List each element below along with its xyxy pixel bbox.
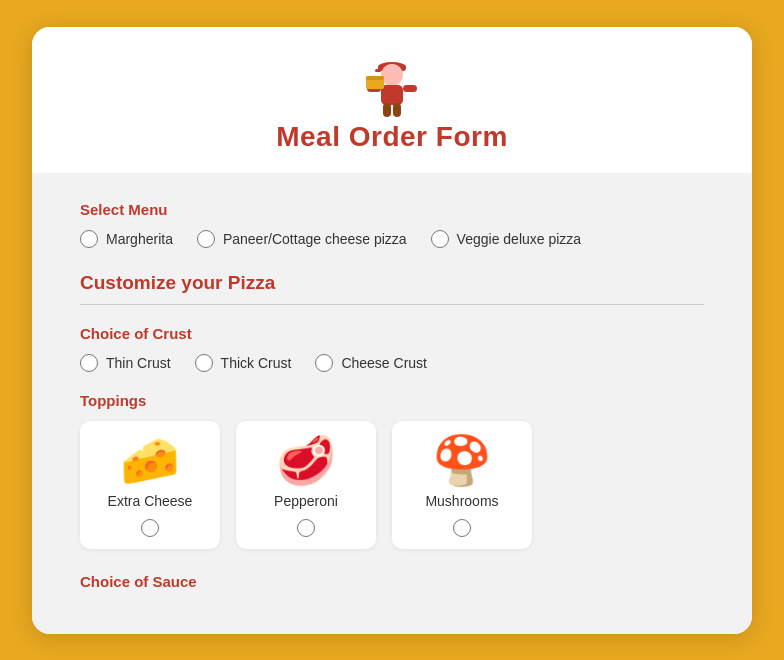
customize-label: Customize your Pizza xyxy=(80,272,704,294)
toppings-grid: 🧀 Extra Cheese 🥩 Pepperoni 🍄 Mushrooms xyxy=(80,421,704,549)
page-title: Meal Order Form xyxy=(276,121,508,153)
topping-radio-mushrooms[interactable] xyxy=(453,519,471,537)
svg-rect-6 xyxy=(403,85,417,92)
crust-option-thick[interactable]: Thick Crust xyxy=(195,354,292,372)
menu-label-veggie: Veggie deluxe pizza xyxy=(457,231,582,247)
svg-point-3 xyxy=(381,64,403,86)
crust-label: Choice of Crust xyxy=(80,325,704,342)
extra-cheese-icon: 🧀 xyxy=(120,437,180,485)
svg-rect-10 xyxy=(393,103,401,117)
sauce-label: Choice of Sauce xyxy=(80,573,704,590)
menu-option-veggie[interactable]: Veggie deluxe pizza xyxy=(431,230,582,248)
crust-label-thin: Thin Crust xyxy=(106,355,171,371)
crust-option-cheese[interactable]: Cheese Crust xyxy=(315,354,427,372)
select-menu-section: Select Menu Margherita Paneer/Cottage ch… xyxy=(80,201,704,248)
menu-label-paneer: Paneer/Cottage cheese pizza xyxy=(223,231,407,247)
menu-radio-paneer[interactable] xyxy=(197,230,215,248)
toppings-section: Toppings 🧀 Extra Cheese 🥩 Pepperoni 🍄 Mu… xyxy=(80,392,704,549)
crust-radio-thin[interactable] xyxy=(80,354,98,372)
mushrooms-name: Mushrooms xyxy=(425,493,498,509)
pepperoni-name: Pepperoni xyxy=(274,493,338,509)
topping-card-mushrooms: 🍄 Mushrooms xyxy=(392,421,532,549)
crust-option-thin[interactable]: Thin Crust xyxy=(80,354,171,372)
sauce-section: Choice of Sauce xyxy=(80,573,704,590)
crust-label-cheese: Cheese Crust xyxy=(341,355,427,371)
menu-radio-veggie[interactable] xyxy=(431,230,449,248)
divider-line xyxy=(80,304,704,305)
topping-card-extra-cheese: 🧀 Extra Cheese xyxy=(80,421,220,549)
form-header: Meal Order Form xyxy=(32,27,752,173)
main-card: Meal Order Form Select Menu Margherita P… xyxy=(32,27,752,634)
menu-option-margherita[interactable]: Margherita xyxy=(80,230,173,248)
crust-radio-cheese[interactable] xyxy=(315,354,333,372)
topping-radio-extra-cheese[interactable] xyxy=(141,519,159,537)
svg-rect-9 xyxy=(383,103,391,117)
menu-radio-margherita[interactable] xyxy=(80,230,98,248)
crust-radio-thick[interactable] xyxy=(195,354,213,372)
form-body: Select Menu Margherita Paneer/Cottage ch… xyxy=(32,173,752,634)
delivery-person-icon xyxy=(362,51,422,121)
toppings-label: Toppings xyxy=(80,392,704,409)
crust-radio-group: Thin Crust Thick Crust Cheese Crust xyxy=(80,354,704,372)
menu-label-margherita: Margherita xyxy=(106,231,173,247)
svg-rect-4 xyxy=(381,85,403,105)
menu-radio-group: Margherita Paneer/Cottage cheese pizza V… xyxy=(80,230,704,248)
topping-radio-pepperoni[interactable] xyxy=(297,519,315,537)
crust-label-thick: Thick Crust xyxy=(221,355,292,371)
svg-rect-8 xyxy=(366,76,384,80)
select-menu-label: Select Menu xyxy=(80,201,704,218)
crust-section: Choice of Crust Thin Crust Thick Crust C… xyxy=(80,325,704,372)
topping-card-pepperoni: 🥩 Pepperoni xyxy=(236,421,376,549)
svg-rect-2 xyxy=(375,69,381,72)
mushrooms-icon: 🍄 xyxy=(432,437,492,485)
menu-option-paneer[interactable]: Paneer/Cottage cheese pizza xyxy=(197,230,407,248)
pepperoni-icon: 🥩 xyxy=(276,437,336,485)
customize-section-divider: Customize your Pizza xyxy=(80,272,704,305)
extra-cheese-name: Extra Cheese xyxy=(108,493,193,509)
